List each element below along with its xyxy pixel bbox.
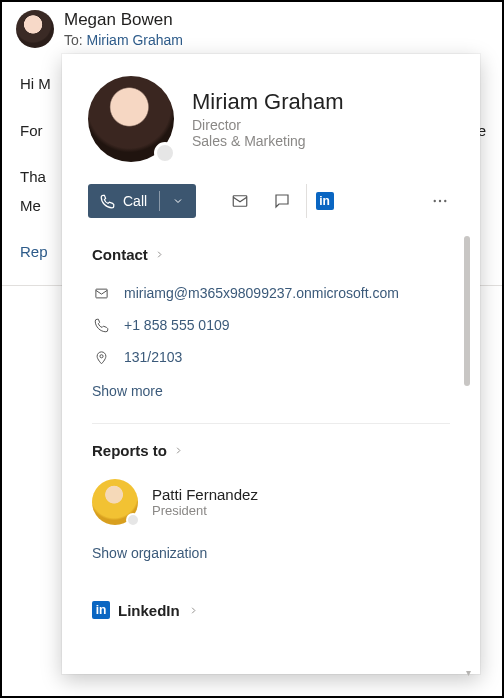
show-organization-link[interactable]: Show organization — [92, 535, 450, 567]
manager-title: President — [152, 503, 258, 518]
presence-indicator — [154, 142, 176, 164]
show-more-link[interactable]: Show more — [92, 373, 450, 405]
email-button[interactable] — [222, 184, 258, 218]
call-button[interactable]: Call — [88, 184, 196, 218]
contact-phone-row[interactable]: +1 858 555 0109 — [92, 309, 450, 341]
presence-indicator — [126, 513, 140, 527]
svg-rect-0 — [233, 196, 247, 207]
email-to-line: To: Miriam Graham — [64, 32, 183, 48]
manager-avatar — [92, 479, 138, 525]
linkedin-icon: in — [316, 192, 334, 210]
contact-heading: Contact — [92, 246, 148, 263]
contact-location: 131/2103 — [124, 349, 182, 365]
reports-to-section-header[interactable]: Reports to — [92, 442, 450, 459]
chevron-right-icon — [173, 445, 184, 456]
action-bar: Call in — [62, 162, 480, 236]
call-dropdown[interactable] — [160, 184, 196, 218]
svg-point-3 — [444, 200, 446, 202]
mail-icon — [231, 192, 249, 210]
body-line: For — [20, 117, 43, 146]
location-icon — [94, 350, 109, 365]
card-scroll-area[interactable]: ▴ Contact miriamg@m365x98099237.onmicros… — [62, 236, 480, 676]
profile-name: Miriam Graham — [192, 89, 344, 115]
ellipsis-icon — [431, 192, 449, 210]
scroll-down-arrow[interactable]: ▾ — [466, 667, 471, 676]
manager-row[interactable]: Patti Fernandez President — [92, 473, 450, 535]
profile-card: Miriam Graham Director Sales & Marketing… — [62, 54, 480, 674]
contact-section-header[interactable]: Contact — [92, 246, 450, 263]
linkedin-icon: in — [92, 601, 110, 619]
email-to-name[interactable]: Miriam Graham — [87, 32, 183, 48]
profile-avatar[interactable] — [88, 76, 174, 162]
phone-icon — [94, 318, 109, 333]
contact-email-row[interactable]: miriamg@m365x98099237.onmicrosoft.com — [92, 277, 450, 309]
sender-avatar[interactable] — [16, 10, 54, 48]
chevron-right-icon — [188, 605, 199, 616]
svg-point-2 — [439, 200, 441, 202]
profile-title: Director — [192, 117, 344, 133]
chat-button[interactable] — [264, 184, 300, 218]
phone-icon — [100, 194, 115, 209]
email-from[interactable]: Megan Bowen — [64, 10, 183, 30]
chevron-down-icon — [172, 195, 184, 207]
more-button[interactable] — [422, 184, 458, 218]
contact-email: miriamg@m365x98099237.onmicrosoft.com — [124, 285, 399, 301]
contact-phone: +1 858 555 0109 — [124, 317, 230, 333]
chat-icon — [273, 192, 291, 210]
contact-location-row[interactable]: 131/2103 — [92, 341, 450, 373]
chevron-right-icon — [154, 249, 165, 260]
linkedin-section-header[interactable]: in LinkedIn — [92, 601, 450, 619]
linkedin-button[interactable]: in — [306, 184, 342, 218]
to-label: To: — [64, 32, 83, 48]
manager-name: Patti Fernandez — [152, 486, 258, 503]
call-label: Call — [123, 193, 147, 209]
svg-point-1 — [434, 200, 436, 202]
svg-rect-4 — [95, 289, 106, 298]
scrollbar[interactable] — [464, 236, 470, 386]
reports-to-heading: Reports to — [92, 442, 167, 459]
profile-department: Sales & Marketing — [192, 133, 344, 149]
linkedin-label: LinkedIn — [118, 602, 180, 619]
svg-point-5 — [99, 354, 102, 357]
mail-icon — [94, 286, 109, 301]
